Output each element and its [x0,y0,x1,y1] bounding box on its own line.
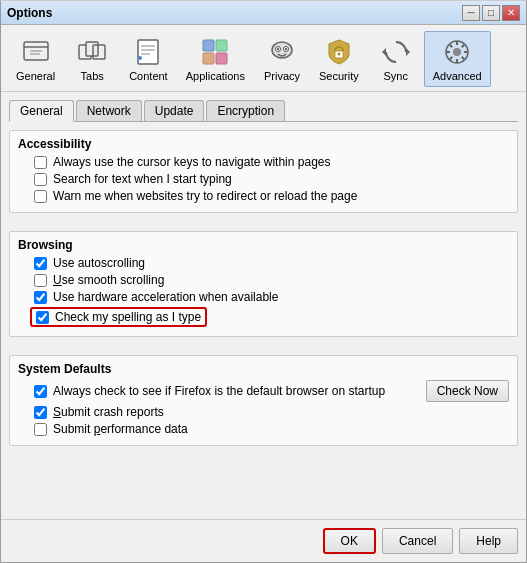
ok-button[interactable]: OK [323,528,376,554]
accessibility-row-search-typing: Search for text when I start typing [34,172,509,186]
svg-rect-15 [216,53,227,64]
toolbar-item-sync[interactable]: Sync [368,31,424,87]
spell-check-checkbox[interactable] [36,311,49,324]
accessibility-section: Accessibility Always use the cursor keys… [9,130,518,213]
browsing-row-autoscrolling: Use autoscrolling [34,256,509,270]
default-browser-checkbox[interactable] [34,385,47,398]
tab-bar: General Network Update Encryption [9,100,518,122]
svg-point-19 [277,48,279,50]
toolbar-general-label: General [16,70,55,82]
svg-line-34 [450,57,453,60]
browsing-section: Browsing Use autoscrolling Use smooth sc… [9,231,518,337]
svg-rect-12 [203,40,214,51]
window-title: Options [7,6,52,20]
toolbar-item-advanced[interactable]: Advanced [424,31,491,87]
spell-check-label: Check my spelling as I type [55,310,201,324]
search-typing-label: Search for text when I start typing [53,172,232,186]
toolbar-item-applications[interactable]: Applications [177,31,254,87]
tab-update[interactable]: Update [144,100,205,121]
svg-rect-14 [203,53,214,64]
default-browser-row: Always check to see if Firefox is the de… [34,380,509,402]
performance-data-row: Submit performance data [34,422,509,436]
svg-point-26 [453,48,461,56]
cancel-button[interactable]: Cancel [382,528,453,554]
browsing-row-spell-check: Check my spelling as I type [34,307,509,327]
svg-rect-5 [86,42,98,56]
title-bar: Options ─ □ ✕ [1,1,526,25]
browsing-row-smooth-scrolling: Use smooth scrolling [34,273,509,287]
autoscrolling-label: Use autoscrolling [53,256,145,270]
svg-marker-24 [382,48,386,56]
accessibility-row-cursor-keys: Always use the cursor keys to navigate w… [34,155,509,169]
toolbar-privacy-label: Privacy [264,70,300,82]
svg-point-20 [285,48,287,50]
general-icon [20,36,52,68]
toolbar-content-label: Content [129,70,168,82]
svg-rect-13 [216,40,227,51]
privacy-icon [266,36,298,68]
toolbar-tabs-label: Tabs [81,70,104,82]
browsing-title: Browsing [18,238,509,252]
hw-acceleration-checkbox[interactable] [34,291,47,304]
maximize-button[interactable]: □ [482,5,500,21]
autoscrolling-checkbox[interactable] [34,257,47,270]
svg-line-33 [462,45,465,48]
tab-general[interactable]: General [9,100,74,122]
cursor-keys-checkbox[interactable] [34,156,47,169]
toolbar-item-tabs[interactable]: Tabs [64,31,120,87]
toolbar-applications-label: Applications [186,70,245,82]
toolbar-sync-label: Sync [384,70,408,82]
crash-reports-row: Submit crash reports [34,405,509,419]
svg-point-22 [337,53,340,56]
crash-reports-label: Submit crash reports [53,405,164,419]
svg-line-32 [462,57,465,60]
svg-rect-7 [138,40,158,64]
svg-marker-23 [406,48,410,56]
security-icon [323,36,355,68]
warn-redirect-checkbox[interactable] [34,190,47,203]
toolbar-item-content[interactable]: Content [120,31,177,87]
default-browser-label: Always check to see if Firefox is the de… [53,384,385,398]
bottom-buttons: OK Cancel Help [1,519,526,562]
toolbar-item-general[interactable]: General [7,31,64,87]
default-browser-checkbox-row: Always check to see if Firefox is the de… [34,384,385,398]
svg-point-11 [138,56,142,60]
system-defaults-content: Always check to see if Firefox is the de… [18,380,509,436]
performance-data-checkbox[interactable] [34,423,47,436]
check-now-button[interactable]: Check Now [426,380,509,402]
title-bar-controls: ─ □ ✕ [462,5,520,21]
tab-network[interactable]: Network [76,100,142,121]
tab-encryption[interactable]: Encryption [206,100,285,121]
options-window: Options ─ □ ✕ General [0,0,527,563]
hw-acceleration-label: Use hardware acceleration when available [53,290,278,304]
warn-redirect-label: Warn me when websites try to redirect or… [53,189,357,203]
sync-icon [380,36,412,68]
accessibility-title: Accessibility [18,137,509,151]
minimize-button[interactable]: ─ [462,5,480,21]
applications-icon [199,36,231,68]
system-defaults-title: System Defaults [18,362,509,376]
browsing-row-hw-acceleration: Use hardware acceleration when available [34,290,509,304]
toolbar-item-security[interactable]: Security [310,31,368,87]
toolbar-item-privacy[interactable]: Privacy [254,31,310,87]
help-button[interactable]: Help [459,528,518,554]
browsing-content: Use autoscrolling Use smooth scrolling U… [18,256,509,327]
crash-reports-checkbox[interactable] [34,406,47,419]
tabs-icon [76,36,108,68]
smooth-scrolling-checkbox[interactable] [34,274,47,287]
toolbar: General Tabs Con [1,25,526,92]
spell-check-highlight: Check my spelling as I type [30,307,207,327]
close-button[interactable]: ✕ [502,5,520,21]
advanced-icon [441,36,473,68]
accessibility-row-warn-redirect: Warn me when websites try to redirect or… [34,189,509,203]
cursor-keys-label: Always use the cursor keys to navigate w… [53,155,330,169]
content-icon [132,36,164,68]
search-typing-checkbox[interactable] [34,173,47,186]
svg-line-31 [450,45,453,48]
content-area: General Network Update Encryption Access… [1,92,526,519]
toolbar-security-label: Security [319,70,359,82]
accessibility-content: Always use the cursor keys to navigate w… [18,155,509,203]
smooth-scrolling-label: Use smooth scrolling [53,273,164,287]
toolbar-advanced-label: Advanced [433,70,482,82]
performance-data-label: Submit performance data [53,422,188,436]
